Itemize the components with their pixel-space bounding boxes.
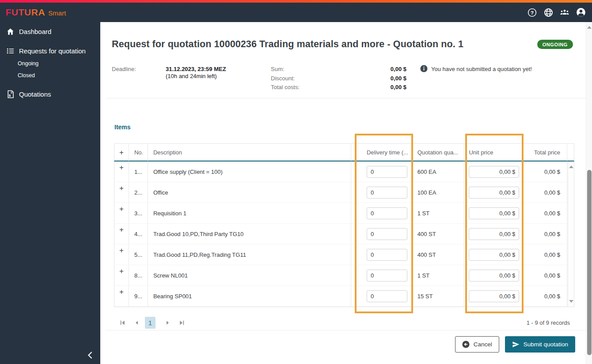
- table-row: + 1... Office supply (Client = 100) 600 …: [114, 161, 574, 182]
- sidebar-item-closed[interactable]: Closed: [0, 69, 100, 81]
- sidebar-item-dashboard[interactable]: Dashboard: [0, 25, 100, 38]
- app-logo[interactable]: FUTURA Smart: [6, 7, 66, 18]
- list-icon: [6, 47, 15, 55]
- row-quantity: 400 ST: [413, 224, 465, 244]
- row-delivery-cell: [351, 182, 413, 203]
- sidebar-item-ongoing[interactable]: Ongoing: [0, 57, 100, 69]
- delivery-time-input[interactable]: [367, 228, 407, 240]
- first-page-button[interactable]: [118, 319, 126, 326]
- cancel-label: Cancel: [474, 341, 492, 348]
- unit-price-input[interactable]: [469, 187, 519, 199]
- row-expand-cell: +: [114, 244, 129, 265]
- sidebar-subitem-label: Closed: [18, 72, 35, 79]
- table-body: + 1... Office supply (Client = 100) 600 …: [114, 161, 574, 307]
- table-header: + No. Description Delivery time (... Quo…: [114, 143, 574, 161]
- table-row: + 2... Office 100 EA 0,00 $: [114, 182, 574, 203]
- sidebar: Dashboard Requests for quotation Ongoing…: [0, 22, 100, 364]
- help-icon[interactable]: ?: [527, 8, 537, 17]
- cancel-button[interactable]: Cancel: [455, 336, 499, 353]
- expand-all-icon[interactable]: +: [119, 149, 124, 156]
- unit-price-input[interactable]: [469, 249, 519, 261]
- svg-text:?: ?: [530, 10, 533, 15]
- column-header-spacer: [567, 144, 574, 161]
- delivery-time-input[interactable]: [367, 166, 407, 178]
- scrollbar-up-icon[interactable]: [587, 26, 592, 29]
- next-page-button[interactable]: [163, 319, 171, 326]
- deadline-value-block: 31.12.2023, 23:59 MEZ (10h and 24min lef…: [166, 66, 226, 80]
- last-page-button[interactable]: [178, 319, 186, 326]
- delivery-time-input[interactable]: [367, 249, 407, 261]
- row-delivery-cell: [351, 286, 413, 306]
- info-icon: [420, 65, 428, 72]
- main-content: Request for quotation 10000236 Trading m…: [100, 22, 592, 364]
- expand-row-button[interactable]: +: [119, 164, 124, 171]
- unit-price-input[interactable]: [469, 166, 519, 178]
- sidebar-item-requests-for-quotation[interactable]: Requests for quotation: [0, 44, 100, 57]
- sidebar-subitem-label: Ongoing: [18, 60, 38, 67]
- column-header-description[interactable]: Description: [148, 144, 351, 161]
- scroll-down-icon[interactable]: [569, 300, 573, 303]
- expand-row-button[interactable]: +: [119, 247, 124, 254]
- row-total-price: 0,00 $: [523, 244, 567, 265]
- row-total-price: 0,00 $: [523, 265, 567, 285]
- table-row: + 9... Bearing SP001 15 ST 0,00 $: [114, 286, 574, 307]
- row-total-price: 0,00 $: [523, 286, 567, 306]
- row-number: 5...: [129, 244, 148, 265]
- page-scrollbar[interactable]: [586, 22, 592, 364]
- row-quantity: 15 ST: [413, 286, 465, 306]
- deadline-remaining: (10h and 24min left): [166, 73, 226, 80]
- row-description: Office: [148, 182, 351, 203]
- delivery-time-input[interactable]: [367, 270, 407, 281]
- column-header-quotation-quantity[interactable]: Quotation qua...: [413, 144, 465, 161]
- expand-row-button[interactable]: +: [119, 184, 124, 192]
- row-unit-price-cell: [464, 244, 523, 265]
- sidebar-item-quotations[interactable]: $ Quotations: [0, 87, 100, 101]
- sum-label: Sum:: [271, 66, 284, 75]
- column-header-delivery-time[interactable]: Delivery time (...: [351, 144, 413, 161]
- row-total-price: 0,00 $: [523, 161, 567, 182]
- expand-row-button[interactable]: +: [119, 288, 124, 296]
- expand-row-button[interactable]: +: [119, 267, 124, 275]
- language-icon[interactable]: [543, 8, 553, 17]
- scrollbar-thumb[interactable]: [587, 170, 592, 355]
- unit-price-input[interactable]: [469, 207, 519, 219]
- page-number-button[interactable]: 1: [145, 317, 156, 329]
- items-table: + No. Description Delivery time (... Quo…: [114, 143, 574, 307]
- previous-page-button[interactable]: [133, 319, 140, 326]
- no-quotation-notice: You have not submitted a quotation yet!: [420, 65, 532, 72]
- row-quantity: 600 EA: [413, 161, 465, 182]
- table-row: + 8... Screw NL001 1 ST 0,00 $: [114, 265, 574, 286]
- submit-quotation-button[interactable]: Submit quotation: [505, 336, 575, 353]
- items-heading: Items: [114, 124, 131, 131]
- row-unit-price-cell: [464, 224, 523, 244]
- discount-label: Discount:: [271, 75, 295, 84]
- delivery-time-input[interactable]: [367, 207, 407, 219]
- column-header-unit-price[interactable]: Unit price: [464, 144, 523, 161]
- delivery-time-input[interactable]: [367, 290, 407, 302]
- table-scrollbar[interactable]: [568, 161, 574, 307]
- row-unit-price-cell: [464, 203, 523, 223]
- scroll-up-icon[interactable]: [569, 165, 573, 168]
- records-count: 1 - 9 of 9 records: [527, 319, 570, 326]
- chevron-left-icon: [87, 351, 94, 359]
- account-icon[interactable]: [576, 8, 586, 17]
- svg-text:$: $: [8, 93, 11, 97]
- unit-price-input[interactable]: [469, 270, 519, 281]
- total-costs-value: 0,00 $: [391, 84, 406, 93]
- footer-divider: [106, 330, 587, 330]
- delivery-time-input[interactable]: [367, 187, 407, 199]
- team-icon[interactable]: [560, 8, 569, 17]
- unit-price-input[interactable]: [469, 290, 519, 302]
- unit-price-input[interactable]: [469, 228, 519, 240]
- brand-gradient-strip: [0, 0, 592, 3]
- expand-row-button[interactable]: +: [119, 205, 124, 213]
- topbar: FUTURA Smart ?: [0, 3, 592, 22]
- row-expand-cell: +: [114, 161, 129, 182]
- row-description: Screw NL001: [148, 265, 351, 285]
- expand-row-button[interactable]: +: [119, 226, 124, 233]
- sidebar-item-label: Quotations: [19, 90, 51, 98]
- logo-primary: FUTURA: [6, 7, 45, 18]
- column-header-total-price[interactable]: Total price: [523, 144, 567, 161]
- sidebar-collapse-button[interactable]: [84, 349, 96, 361]
- column-header-no[interactable]: No.: [129, 144, 148, 161]
